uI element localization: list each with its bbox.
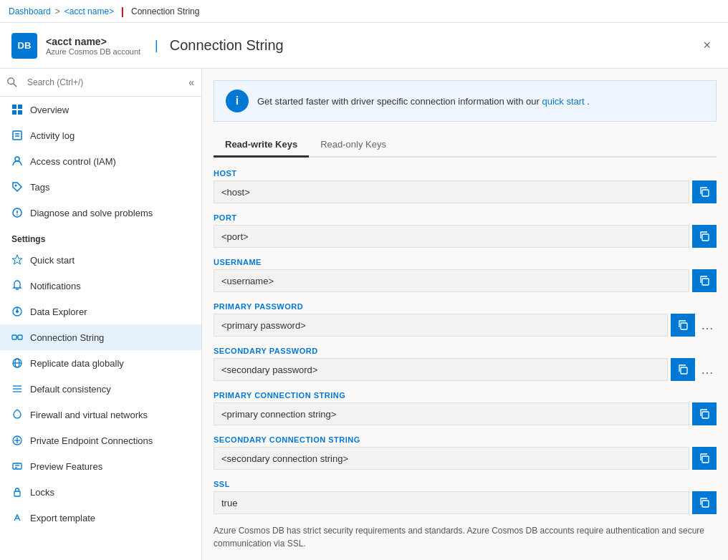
sidebar-item-diagnose[interactable]: Diagnose and solve problems: [0, 200, 201, 226]
primary-password-input[interactable]: [214, 314, 668, 337]
sidebar-item-label: Activity log: [30, 130, 75, 141]
sidebar-item-locks[interactable]: Locks: [0, 479, 201, 505]
sidebar-item-tags[interactable]: Tags: [0, 174, 201, 200]
info-banner: i Get started faster with driver specifi…: [214, 80, 717, 122]
secondary-cs-copy-button[interactable]: [692, 447, 717, 470]
panel-header: DB <acct name> Azure Cosmos DB account |…: [0, 23, 728, 69]
field-ssl: SSL: [214, 480, 717, 514]
ssl-copy-button[interactable]: [692, 491, 717, 514]
sidebar-item-label: Locks: [30, 487, 54, 498]
secondary-password-more-button[interactable]: …: [698, 363, 717, 376]
field-secondary-password-row: …: [214, 358, 717, 381]
secondary-password-copy-button[interactable]: [671, 358, 695, 381]
svg-rect-32: [14, 491, 20, 496]
svg-rect-17: [12, 335, 16, 339]
close-button[interactable]: ×: [697, 35, 717, 56]
sidebar-item-notifications[interactable]: Notifications: [0, 273, 201, 299]
field-secondary-password: SECONDARY PASSWORD …: [214, 347, 717, 381]
field-ssl-row: [214, 491, 717, 514]
sidebar-item-label: Quick start: [30, 255, 75, 266]
tab-read-only[interactable]: Read-only Keys: [309, 133, 398, 158]
tabs: Read-write Keys Read-only Keys: [214, 133, 717, 158]
export-icon: [11, 512, 23, 523]
sidebar-item-data-explorer[interactable]: Data Explorer: [0, 299, 201, 324]
svg-point-0: [8, 78, 14, 85]
sidebar-item-quick-start[interactable]: Quick start: [0, 247, 201, 273]
primary-password-more-button[interactable]: …: [698, 319, 717, 332]
svg-rect-3: [18, 105, 22, 109]
acct-subtitle: Azure Cosmos DB account: [46, 47, 140, 56]
search-input[interactable]: [21, 74, 154, 90]
panel-title-divider: |: [155, 38, 158, 53]
sidebar-item-label: Firewall and virtual networks: [30, 410, 148, 420]
body-container: « Overview Activity log: [0, 69, 728, 560]
port-input[interactable]: [214, 225, 689, 248]
ssl-input[interactable]: [214, 491, 689, 514]
breadcrumb-dashboard[interactable]: Dashboard: [9, 6, 51, 16]
connection-icon: [11, 332, 23, 343]
tab-read-write[interactable]: Read-write Keys: [214, 133, 309, 158]
svg-rect-38: [681, 367, 687, 374]
sidebar-item-overview[interactable]: Overview: [0, 97, 201, 122]
port-copy-button[interactable]: [692, 225, 717, 248]
primary-cs-copy-button[interactable]: [692, 402, 717, 425]
svg-rect-37: [681, 323, 687, 329]
svg-point-9: [15, 157, 19, 161]
quick-start-link[interactable]: quick start: [542, 96, 584, 107]
username-input[interactable]: [214, 269, 689, 292]
host-input[interactable]: [214, 180, 689, 203]
sidebar-item-default-consistency[interactable]: Default consistency: [0, 376, 201, 402]
sidebar-item-label: Export template: [30, 513, 95, 523]
breadcrumb-divider: |: [121, 6, 124, 17]
field-primary-cs-label: PRIMARY CONNECTION STRING: [214, 391, 717, 400]
info-text: Get started faster with driver specific …: [257, 96, 590, 107]
field-primary-password: PRIMARY PASSWORD …: [214, 302, 717, 337]
panel-header-info: <acct name> Azure Cosmos DB account: [46, 36, 140, 56]
main-content: i Get started faster with driver specifi…: [202, 69, 728, 560]
sidebar-item-access-control[interactable]: Access control (IAM): [0, 148, 201, 174]
collapse-button[interactable]: «: [188, 77, 194, 88]
field-username: USERNAME: [214, 258, 717, 292]
sidebar-item-firewall[interactable]: Firewall and virtual networks: [0, 402, 201, 428]
search-box: «: [0, 69, 201, 97]
sidebar-item-label: Access control (IAM): [30, 156, 116, 167]
sidebar-item-preview-features[interactable]: Preview Features: [0, 453, 201, 479]
field-primary-connection-string: PRIMARY CONNECTION STRING: [214, 391, 717, 425]
fields-container: HOST PORT: [214, 169, 717, 550]
consistency-icon: [11, 383, 23, 395]
host-copy-button[interactable]: [692, 180, 717, 203]
svg-rect-34: [702, 190, 709, 196]
sidebar-item-export-template[interactable]: Export template: [0, 505, 201, 531]
svg-point-10: [15, 185, 17, 187]
firewall-icon: [11, 409, 23, 420]
svg-rect-35: [702, 234, 709, 241]
sidebar-item-private-endpoint[interactable]: Private Endpoint Connections: [0, 428, 201, 453]
sidebar-item-label: Private Endpoint Connections: [30, 435, 153, 446]
sidebar-item-label: Tags: [30, 182, 49, 193]
sidebar-item-connection-string[interactable]: Connection String: [0, 324, 201, 350]
breadcrumb-acct[interactable]: <acct name>: [64, 6, 114, 16]
sidebar-item-activity-log[interactable]: Activity log: [0, 122, 201, 148]
breadcrumb: Dashboard > <acct name> | Connection Str…: [0, 0, 728, 23]
notification-icon: [11, 280, 23, 291]
lock-icon: [11, 486, 23, 498]
sidebar-item-label: Replicate data globally: [30, 358, 124, 369]
primary-password-copy-button[interactable]: [671, 314, 695, 337]
panel-title: | Connection String: [149, 37, 284, 54]
panel-title-text: Connection String: [170, 37, 284, 54]
sidebar-item-replicate[interactable]: Replicate data globally: [0, 350, 201, 376]
primary-cs-input[interactable]: [214, 402, 689, 425]
svg-rect-2: [12, 105, 16, 109]
field-secondary-cs-label: SECONDARY CONNECTION STRING: [214, 435, 717, 444]
replicate-icon: [11, 357, 23, 369]
svg-rect-5: [18, 110, 22, 115]
breadcrumb-current: Connection String: [131, 6, 199, 16]
sidebar-item-label: Diagnose and solve problems: [30, 208, 153, 218]
secondary-cs-input[interactable]: [214, 447, 689, 470]
sidebar: « Overview Activity log: [0, 69, 202, 560]
tag-icon: [11, 181, 23, 193]
field-primary-password-label: PRIMARY PASSWORD: [214, 302, 717, 311]
svg-rect-40: [702, 456, 709, 463]
secondary-password-input[interactable]: [214, 358, 668, 381]
username-copy-button[interactable]: [692, 269, 717, 292]
